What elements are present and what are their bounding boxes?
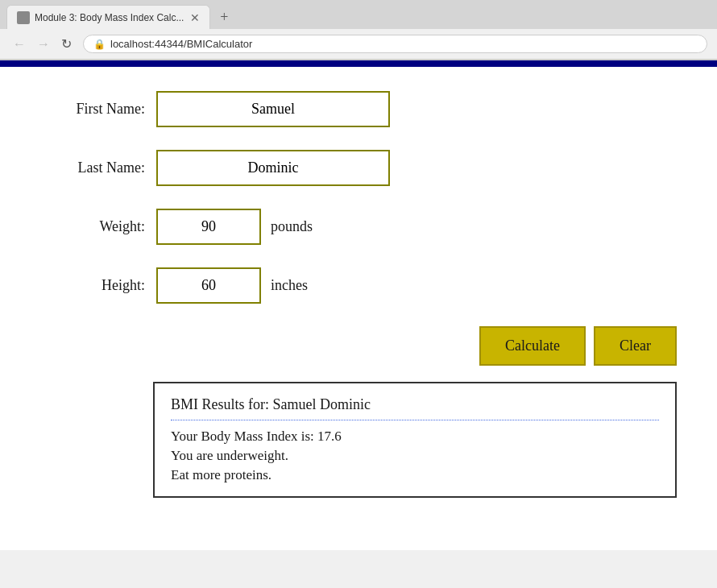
main-content: First Name: Last Name: Weight: pounds He… [0,67,717,550]
new-tab-button[interactable]: + [213,6,234,27]
url-box[interactable]: 🔒 localhost:44344/BMICalculator [83,35,707,53]
address-bar: ← → ↻ 🔒 localhost:44344/BMICalculator [0,29,717,60]
refresh-button[interactable]: ↻ [58,35,75,53]
lock-icon: 🔒 [93,39,106,50]
back-button[interactable]: ← [10,35,29,53]
active-tab[interactable]: Module 3: Body Mass Index Calc... ✕ [6,5,210,29]
first-name-input[interactable] [156,91,390,127]
results-bmi: Your Body Mass Index is: 17.6 [171,429,659,445]
tab-close-button[interactable]: ✕ [190,11,200,24]
browser-chrome: Module 3: Body Mass Index Calc... ✕ + ← … [0,0,717,60]
first-name-label: First Name: [40,101,145,118]
calculate-button[interactable]: Calculate [479,326,586,366]
results-divider [171,420,659,420]
first-name-row: First Name: [40,91,677,127]
button-row: Calculate Clear [40,326,677,366]
tab-bar: Module 3: Body Mass Index Calc... ✕ + [0,0,717,29]
weight-input[interactable] [156,209,261,245]
last-name-row: Last Name: [40,150,677,186]
tab-favicon [17,11,30,24]
results-box: BMI Results for: Samuel Dominic Your Bod… [153,382,677,498]
height-row: Height: inches [40,267,677,304]
results-advice: Eat more proteins. [171,467,659,483]
height-unit-label: inches [271,277,308,294]
results-name: BMI Results for: Samuel Dominic [171,396,659,413]
results-status: You are underweight. [171,448,659,464]
height-label: Height: [40,277,145,294]
height-input[interactable] [156,267,261,304]
weight-row: Weight: pounds [40,209,677,245]
url-text: localhost:44344/BMICalculator [110,38,252,50]
last-name-label: Last Name: [40,159,145,176]
last-name-input[interactable] [156,150,390,186]
forward-button[interactable]: → [34,35,53,53]
top-bar [0,60,717,67]
tab-title: Module 3: Body Mass Index Calc... [35,12,184,23]
weight-label: Weight: [40,218,145,235]
weight-unit-label: pounds [271,218,313,235]
clear-button[interactable]: Clear [594,326,677,366]
nav-buttons: ← → ↻ [10,35,75,53]
